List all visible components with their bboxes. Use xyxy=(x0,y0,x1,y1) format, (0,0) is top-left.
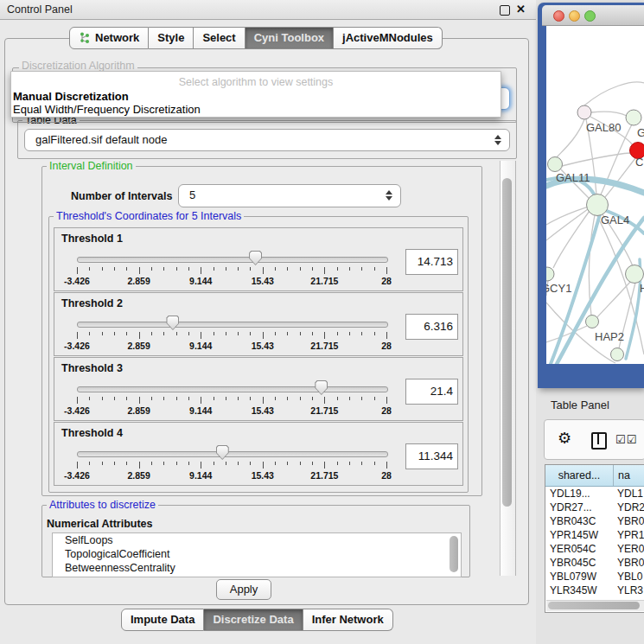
tick-mark xyxy=(324,397,325,404)
threshold-block: Threshold 3-3.4262.8599.14415.4321.71528… xyxy=(54,357,463,421)
tick-mark xyxy=(214,267,214,271)
tick-mark xyxy=(275,462,276,465)
tick-mark xyxy=(287,462,288,465)
table-row[interactable]: YLR345WYLR3 xyxy=(545,583,644,597)
network-node[interactable] xyxy=(587,194,609,216)
tick-mark xyxy=(89,462,90,465)
tick-mark xyxy=(263,267,264,274)
tick-mark xyxy=(386,397,387,404)
float-window-icon[interactable] xyxy=(500,5,510,16)
tick-label: 21.715 xyxy=(310,341,338,351)
threshold-value-field[interactable]: 11.344 xyxy=(405,443,458,469)
tick-mark xyxy=(214,462,214,465)
tick-label: 15.43 xyxy=(252,470,274,481)
tick-mark xyxy=(337,267,338,271)
table-row[interactable]: YBR043CYBR0 xyxy=(545,514,644,528)
network-node[interactable] xyxy=(626,110,641,125)
slider-track[interactable] xyxy=(77,386,388,392)
number-of-intervals-select[interactable]: 5 xyxy=(178,184,401,207)
panel-scrollbar[interactable] xyxy=(500,161,516,576)
column-header-name[interactable]: na xyxy=(614,465,644,486)
table-hscrollbar-thumb[interactable] xyxy=(548,602,640,609)
attribute-list-item[interactable]: BetweennessCentrality xyxy=(53,561,461,575)
network-node[interactable] xyxy=(586,316,599,328)
popup-item-equal-width[interactable]: Equal Width/Frequency Discretization xyxy=(13,103,201,116)
tick-mark xyxy=(374,397,375,400)
tab-jactivemnodules[interactable]: jActiveMNodules xyxy=(334,27,443,49)
split-columns-icon[interactable] xyxy=(591,432,607,450)
tick-mark xyxy=(337,397,338,400)
table-row[interactable]: YBR045CYBR0 xyxy=(545,556,644,570)
close-traffic-light-icon[interactable] xyxy=(553,10,564,22)
slider-track[interactable] xyxy=(77,322,388,328)
tick-mark xyxy=(287,397,288,400)
tick-mark xyxy=(126,332,127,335)
threshold-value-field[interactable]: 21.4 xyxy=(405,379,458,405)
scrollbar-thumb[interactable] xyxy=(502,178,512,507)
tick-label: 28 xyxy=(381,470,392,481)
tick-label: 28 xyxy=(381,276,392,286)
tab-impute-data[interactable]: Impute Data xyxy=(121,609,204,631)
tab-cyni-toolbox[interactable]: Cyni Toolbox xyxy=(245,27,334,49)
node-label: GAL11 xyxy=(556,171,590,184)
tab-select[interactable]: Select xyxy=(194,27,245,49)
tick-mark xyxy=(349,462,350,465)
tick-mark xyxy=(361,332,362,335)
control-panel-titlebar: Control Panel ✕ xyxy=(0,0,536,20)
interval-definition-title: Interval Definition xyxy=(47,160,136,172)
zoom-traffic-light-icon[interactable] xyxy=(584,10,596,22)
checkboxes-icon[interactable]: ☑☑ xyxy=(615,433,637,446)
tick-label: -3.426 xyxy=(64,276,90,286)
slider-thumb[interactable] xyxy=(216,445,229,460)
table-row[interactable]: YDR27...YDR2 xyxy=(545,501,644,514)
tick-mark xyxy=(349,332,350,335)
threshold-value-field[interactable]: 14.713 xyxy=(405,249,458,275)
slider-thumb[interactable] xyxy=(315,380,328,395)
table-data-select[interactable]: galFiltered.sif default node xyxy=(24,129,510,151)
tab-style[interactable]: Style xyxy=(149,27,194,49)
minimize-traffic-light-icon[interactable] xyxy=(569,10,580,22)
attribute-list-item[interactable]: SelfLoops xyxy=(53,533,461,547)
tick-mark xyxy=(114,462,115,465)
tick-mark xyxy=(263,332,264,339)
tab-network[interactable]: Network xyxy=(69,27,149,49)
tab-infer-network[interactable]: Infer Network xyxy=(303,609,393,631)
network-node[interactable] xyxy=(546,267,554,281)
tick-mark xyxy=(361,267,362,271)
threshold-label: Threshold 3 xyxy=(61,362,123,374)
tick-mark xyxy=(386,462,387,469)
tick-mark xyxy=(275,397,276,400)
threshold-block: Threshold 2-3.4262.8599.14415.4321.71528… xyxy=(54,292,463,356)
close-icon[interactable]: ✕ xyxy=(516,3,526,16)
network-canvas[interactable]: GAL80GCGAL11GAL4GCY1HHAP2 xyxy=(546,26,644,364)
tick-mark xyxy=(201,462,201,469)
slider-track[interactable] xyxy=(77,257,388,263)
numerical-attributes-list[interactable]: SelfLoopsTopologicalCoefficientBetweenne… xyxy=(52,532,462,577)
tab-discretize-data[interactable]: Discretize Data xyxy=(204,609,303,631)
network-node[interactable] xyxy=(611,348,624,361)
table-row[interactable]: YDL19...YDL1 xyxy=(545,487,644,501)
slider-thumb[interactable] xyxy=(249,251,262,265)
table-row[interactable]: YER054CYER0 xyxy=(545,542,644,556)
popup-item-manual[interactable]: Manual Discretization xyxy=(13,90,129,103)
attribute-list-item[interactable]: TopologicalCoefficient xyxy=(53,547,461,561)
threshold-value-field[interactable]: 6.316 xyxy=(405,314,458,340)
tick-mark xyxy=(250,332,251,335)
slider-thumb[interactable] xyxy=(166,316,179,330)
table-row[interactable]: YPR145WYPR1 xyxy=(545,528,644,542)
apply-button[interactable]: Apply xyxy=(216,579,271,600)
tick-mark xyxy=(89,267,90,271)
tick-mark xyxy=(263,397,264,404)
gear-icon[interactable]: ⚙ xyxy=(558,429,571,448)
list-scrollbar-thumb[interactable] xyxy=(450,536,458,572)
column-header-shared-name[interactable]: shared... xyxy=(545,465,614,486)
node-label: GAL4 xyxy=(601,214,629,226)
network-node[interactable] xyxy=(626,265,644,284)
network-node[interactable] xyxy=(548,157,563,172)
tick-mark xyxy=(126,462,127,465)
tick-mark xyxy=(188,462,189,465)
network-node[interactable] xyxy=(577,105,591,119)
tick-label: 9.144 xyxy=(189,276,212,286)
slider-track[interactable] xyxy=(77,451,388,457)
table-row[interactable]: YBL079WYBL0 xyxy=(545,570,644,583)
